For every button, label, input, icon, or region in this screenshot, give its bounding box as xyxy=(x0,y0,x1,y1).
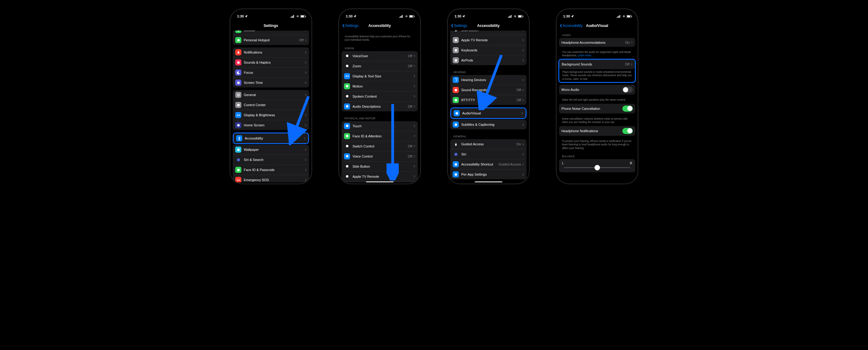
row-siri-search[interactable]: Siri & Search xyxy=(233,155,309,165)
row-wallpaper[interactable]: Wallpaper xyxy=(233,145,309,155)
row-side-button[interactable]: Side Button xyxy=(341,162,418,172)
row-airpods[interactable]: AirPods xyxy=(450,56,527,65)
chevron-icon xyxy=(413,125,415,127)
aa-icon: AA xyxy=(344,73,350,79)
row-label: Subtitles & Captioning xyxy=(461,123,522,126)
touch-icon xyxy=(344,123,350,129)
group-hearing: Hearing DevicesSound RecognitionOffRTT/T… xyxy=(450,75,527,105)
row-spoken-content[interactable]: Spoken Content xyxy=(341,92,418,102)
row-accessibility-shortcut[interactable]: Accessibility ShortcutGuided Access xyxy=(450,160,527,170)
nav-bar: Settings xyxy=(230,21,311,31)
svg-text:AA: AA xyxy=(345,75,349,77)
row-mono-audio[interactable]: Mono Audio xyxy=(559,85,635,95)
row-display-text-size[interactable]: AADisplay & Text Size xyxy=(341,71,418,81)
home-indicator[interactable] xyxy=(475,181,502,182)
row-control-center[interactable]: Control Center xyxy=(233,100,309,110)
row-value: Off xyxy=(517,88,521,92)
accessibility-content[interactable]: Side ButtonApple TV RemoteKeyboardsAirPo… xyxy=(448,31,529,182)
svg-point-57 xyxy=(455,59,457,62)
siri-icon xyxy=(453,151,459,157)
back-button[interactable]: Settings xyxy=(342,24,358,28)
svg-rect-70 xyxy=(620,15,620,18)
learn-more-link[interactable]: Learn more… xyxy=(578,54,594,57)
row-headphone-notifications[interactable]: Headphone Notifications xyxy=(559,126,635,136)
svg-text:AA: AA xyxy=(237,114,240,116)
noise-toggle[interactable] xyxy=(622,106,633,112)
row-motion[interactable]: Motion xyxy=(341,81,418,92)
row-sound-recognition[interactable]: Sound RecognitionOff xyxy=(450,85,527,95)
svg-rect-6 xyxy=(305,16,306,17)
row-sounds-haptics[interactable]: Sounds & Haptics xyxy=(233,58,309,68)
back-button[interactable]: Settings xyxy=(451,24,467,28)
row-accessibility[interactable]: Accessibility xyxy=(234,133,308,143)
svg-rect-53 xyxy=(523,16,523,17)
row-value: Off xyxy=(517,98,521,102)
svg-point-58 xyxy=(455,89,457,91)
row-keyboards[interactable]: Keyboards xyxy=(450,45,527,56)
row-face-id-passcode[interactable]: Face ID & Passcode xyxy=(233,165,309,175)
row-headphone-accommodations[interactable]: Headphone Accommodations On xyxy=(559,38,635,47)
mono-toggle[interactable] xyxy=(622,86,633,93)
slider-thumb[interactable] xyxy=(594,165,600,170)
row-label: Headphone Accommodations xyxy=(561,41,625,44)
row-subtitles-captioning[interactable]: Subtitles & Captioning xyxy=(450,119,527,130)
row-siri[interactable]: Siri xyxy=(450,149,527,160)
row-switch-control[interactable]: Switch ControlOff xyxy=(341,141,418,151)
sos-icon: SOS xyxy=(235,177,241,182)
row-voice-control[interactable]: Voice ControlOff xyxy=(341,151,418,162)
row-face-id-attention[interactable]: Face ID & Attention xyxy=(341,131,418,141)
chevron-icon xyxy=(631,41,633,44)
settings-content[interactable]: CellularPersonal HotspotOff Notification… xyxy=(230,31,311,182)
svg-point-41 xyxy=(346,145,348,147)
row-audio-descriptions[interactable]: Audio DescriptionsOff xyxy=(341,102,418,111)
section-hearing-label: HEARING xyxy=(450,68,527,75)
chevron-icon xyxy=(631,63,632,66)
row-emergency-sos[interactable]: SOSEmergency SOS xyxy=(233,175,309,182)
row-apple-tv-remote[interactable]: Apple TV Remote xyxy=(450,35,527,45)
audio-visual-content[interactable]: AUDIO Headphone Accommodations On You ca… xyxy=(557,31,638,182)
row-general[interactable]: General xyxy=(233,90,309,100)
row-audio-visual[interactable]: Audio/Visual xyxy=(451,108,526,118)
row-screen-time[interactable]: Screen Time xyxy=(233,78,309,88)
back-button[interactable]: Accessibility xyxy=(560,24,583,28)
notif-toggle[interactable] xyxy=(622,128,633,134)
balance-slider[interactable] xyxy=(564,167,630,168)
row-value: Off xyxy=(408,154,412,158)
row-noise-cancellation[interactable]: Phone Noise Cancellation xyxy=(559,104,635,113)
chevron-icon xyxy=(305,51,307,54)
chevron-icon xyxy=(413,75,415,77)
nav-title: Settings xyxy=(264,24,278,28)
row-per-app-settings[interactable]: Per-App Settings xyxy=(450,170,527,179)
row-zoom[interactable]: ZoomOff xyxy=(341,61,418,71)
row-home-screen[interactable]: Home Screen xyxy=(233,120,309,130)
row-label: Face ID & Passcode xyxy=(244,168,305,172)
row-rtt-tty[interactable]: RTT/TTYOff xyxy=(450,95,527,105)
battery-icon xyxy=(301,15,306,18)
row-personal-hotspot[interactable]: Personal HotspotOff xyxy=(233,35,309,45)
row-voiceover[interactable]: VoiceOverOff xyxy=(341,51,418,61)
chevron-icon xyxy=(522,163,524,166)
svg-rect-47 xyxy=(508,17,509,18)
row-guided-access[interactable]: Guided AccessOn xyxy=(450,139,527,149)
row-cellular[interactable]: Cellular xyxy=(233,31,309,35)
row-label: Siri xyxy=(461,152,522,156)
row-apple-tv-remote[interactable]: Apple TV Remote xyxy=(341,172,418,182)
row-notifications[interactable]: Notifications xyxy=(233,47,309,58)
chevron-icon xyxy=(305,39,307,42)
chevron-icon xyxy=(522,99,524,102)
svg-rect-0 xyxy=(291,17,291,18)
row-label: VoiceOver xyxy=(352,54,408,58)
row-background-sounds[interactable]: Background Sounds Off xyxy=(559,60,635,69)
accessibility-content[interactable]: Accessibility features help you customiz… xyxy=(339,31,420,182)
row-hearing-devices[interactable]: Hearing Devices xyxy=(450,75,527,85)
location-icon xyxy=(571,15,574,18)
row-label: Guided Access xyxy=(461,142,517,146)
row-touch[interactable]: Touch xyxy=(341,121,418,131)
row-value: Off xyxy=(625,62,629,66)
home-indicator[interactable] xyxy=(366,181,394,182)
row-focus[interactable]: Focus xyxy=(233,68,309,78)
row-side-button[interactable]: Side Button xyxy=(450,31,527,35)
faceid-icon xyxy=(344,133,350,139)
ad-icon xyxy=(344,103,350,109)
row-display-brightness[interactable]: AADisplay & Brightness xyxy=(233,110,309,120)
